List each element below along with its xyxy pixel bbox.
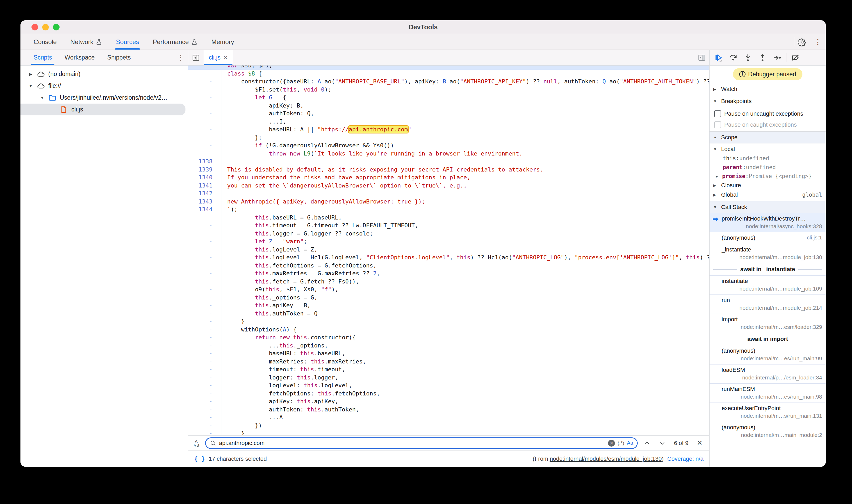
navigator-more-kebab-icon[interactable]: ⋮ — [173, 50, 188, 65]
line-number[interactable]: - — [188, 142, 212, 150]
line-number[interactable]: 1344 — [188, 205, 212, 214]
navigator-tab-snippets[interactable]: Snippets — [101, 50, 137, 65]
line-number[interactable]: - — [188, 374, 212, 382]
collapse-sidebar-icon[interactable] — [694, 54, 709, 61]
pretty-print-icon[interactable]: { } — [194, 455, 205, 462]
line-number[interactable]: 1341 — [188, 182, 212, 190]
call-stack-frame[interactable]: runnode:internal/m…module_job:214 — [710, 295, 826, 314]
hide-navigator-icon[interactable] — [188, 54, 203, 61]
section-breakpoints[interactable]: ▼ Breakpoints — [710, 95, 826, 107]
tree-item-cli-js[interactable]: cli.js — [20, 104, 185, 115]
call-stack-frame[interactable]: (anonymous)node:internal/m…es/run_main:9… — [710, 345, 826, 364]
section-call-stack[interactable]: ▼ Call Stack — [710, 201, 826, 213]
line-number[interactable]: - — [188, 134, 212, 142]
line-number[interactable]: - — [188, 78, 212, 86]
line-number[interactable]: - — [188, 70, 212, 78]
line-number[interactable]: 1343 — [188, 198, 212, 206]
line-number[interactable]: - — [188, 150, 212, 158]
tab-memory[interactable]: Memory — [205, 34, 241, 50]
line-number[interactable]: - — [188, 262, 212, 270]
line-number[interactable]: - — [188, 246, 212, 254]
chevron-down-icon[interactable]: ▼ — [39, 95, 46, 100]
tree-item-file-[interactable]: ▼file:// — [20, 80, 188, 92]
line-number[interactable]: - — [188, 278, 212, 286]
line-number[interactable]: 1339 — [188, 166, 212, 174]
line-number[interactable]: - — [188, 86, 212, 94]
section-watch[interactable]: ▶ Watch — [710, 83, 826, 95]
coverage-link[interactable]: Coverage: n/a — [667, 455, 704, 462]
tab-network[interactable]: Network — [64, 34, 109, 50]
regex-toggle[interactable]: (.*) — [618, 440, 624, 446]
scope-entry-promise[interactable]: ▶promise: Promise {<pending>} — [710, 172, 826, 181]
line-number[interactable]: - — [188, 358, 212, 366]
clear-search-icon[interactable]: ✕ — [608, 440, 615, 447]
chevron-right-icon[interactable]: ▶ — [716, 174, 722, 178]
tab-sources[interactable]: Sources — [109, 34, 146, 50]
line-number[interactable]: - — [188, 270, 212, 278]
line-number[interactable]: - — [188, 214, 212, 222]
call-stack-frame[interactable]: promiseInitHookWithDestroyTr…node:intern… — [710, 213, 826, 232]
zoom-window-button[interactable] — [53, 24, 59, 31]
call-stack-frame[interactable]: importnode:internal/m…esm/loader:329 — [710, 314, 826, 333]
tree-item--no-domain-[interactable]: ▶(no domain) — [20, 68, 188, 80]
source-code-view[interactable]: var Xs0, $F1;-class $8 {- constructor({b… — [188, 66, 709, 435]
line-number[interactable]: - — [188, 349, 212, 358]
line-number[interactable]: 1338 — [188, 158, 212, 166]
line-number[interactable]: - — [188, 221, 212, 230]
step-out-icon[interactable] — [756, 51, 769, 64]
line-number[interactable]: 1342 — [188, 190, 212, 198]
line-number[interactable]: - — [188, 422, 212, 430]
call-stack-frame[interactable]: executeUserEntryPointnode:internal/m…s/r… — [710, 403, 826, 422]
line-number[interactable]: - — [188, 430, 212, 435]
line-number[interactable]: - — [188, 334, 212, 342]
search-input[interactable]: api.anthropic.com ✕ (.*) Aa — [205, 437, 638, 449]
tab-cli-js[interactable]: cli.js × — [203, 50, 233, 65]
tab-performance[interactable]: Performance — [146, 34, 205, 50]
settings-gear-icon[interactable] — [794, 34, 810, 50]
call-stack-frame[interactable]: instantiatenode:internal/m…module_job:10… — [710, 275, 826, 295]
call-stack-frame[interactable]: (anonymous)cli.js:1 — [710, 232, 826, 244]
replace-toggle-icon[interactable]: A↳B — [191, 439, 201, 447]
line-number[interactable]: - — [188, 390, 212, 398]
step-icon[interactable] — [770, 51, 784, 64]
next-match-icon[interactable] — [657, 440, 668, 446]
source-map-link[interactable]: node:internal/modules/esm/module_job:130 — [550, 455, 662, 462]
line-number[interactable]: - — [188, 310, 212, 318]
scope-global[interactable]: ▶ Global global — [710, 190, 826, 200]
line-number[interactable]: - — [188, 326, 212, 334]
line-number[interactable]: - — [188, 406, 212, 414]
line-number[interactable]: - — [188, 294, 212, 302]
close-find-bar-icon[interactable]: ✕ — [694, 439, 705, 447]
line-number[interactable]: - — [188, 381, 212, 390]
line-number[interactable]: - — [188, 286, 212, 294]
line-number[interactable]: - — [188, 126, 212, 134]
call-stack-frame[interactable]: (anonymous)node:internal/m…main_module:2 — [710, 422, 826, 441]
scope-local[interactable]: ▼ Local — [710, 144, 826, 154]
line-number[interactable]: - — [188, 414, 212, 422]
previous-match-icon[interactable] — [641, 440, 653, 446]
resume-script-icon[interactable] — [712, 51, 725, 64]
line-number[interactable]: - — [188, 102, 212, 110]
line-number[interactable]: - — [188, 365, 212, 374]
line-number[interactable]: - — [188, 94, 212, 102]
line-number[interactable]: - — [188, 254, 212, 262]
tab-close-icon[interactable]: × — [224, 54, 227, 61]
line-number[interactable]: - — [188, 398, 212, 406]
line-number[interactable] — [188, 66, 212, 70]
section-scope[interactable]: ▼ Scope — [710, 131, 826, 143]
chevron-down-icon[interactable]: ▼ — [27, 84, 34, 88]
line-number[interactable]: - — [188, 318, 212, 326]
more-options-kebab-icon[interactable]: ⋮ — [810, 34, 826, 50]
scope-entry-this[interactable]: this: undefined — [710, 154, 826, 163]
call-stack-frame[interactable]: loadESMnode:internal/p…/esm_loader:34 — [710, 364, 826, 384]
minimize-window-button[interactable] — [42, 24, 49, 31]
call-stack-frame[interactable]: _instantiatenode:internal/m…module_job:1… — [710, 244, 826, 263]
checkbox[interactable] — [714, 110, 721, 117]
line-number[interactable]: 1340 — [188, 174, 212, 182]
step-over-icon[interactable] — [726, 51, 740, 64]
call-stack-frame[interactable]: runMainESMnode:internal/m…es/run_main:98 — [710, 384, 826, 403]
chevron-right-icon[interactable]: ▶ — [27, 72, 34, 76]
line-number[interactable]: - — [188, 118, 212, 126]
close-window-button[interactable] — [32, 24, 38, 31]
line-number[interactable]: - — [188, 342, 212, 350]
